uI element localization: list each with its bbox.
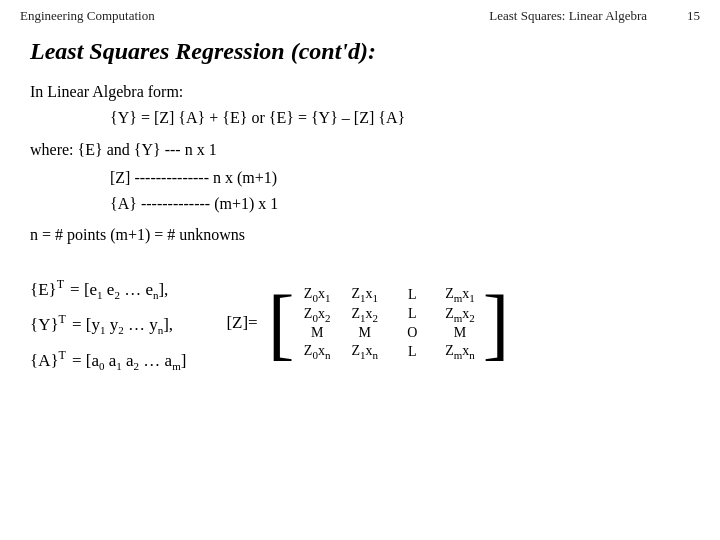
matrix-label: [Z]= (226, 313, 257, 333)
matrix-cell: L (398, 344, 428, 360)
vec-y-eq: = [y1 y2 … yn], (72, 307, 173, 343)
vec-a-line: {A}T = [a0 a1 a2 … am] (30, 343, 186, 379)
header-title: Engineering Computation (20, 8, 155, 24)
matrix-cell: Z1x2 (350, 306, 380, 324)
vec-a-label: {A}T (30, 343, 66, 379)
matrix-cell: Zmx1 (445, 286, 475, 304)
vec-e-line: {E}T = [e1 e2 … en], (30, 272, 186, 308)
matrix-bracket-container: [ Z0x1 Z1x1 L Zmx1 Z0x2 Z1x2 L Zmx2 M M … (268, 282, 510, 365)
vec-e-sup: T (57, 277, 64, 291)
matrix-cell: Z0x1 (302, 286, 332, 304)
intro-text: In Linear Algebra form: (30, 79, 690, 105)
vec-a-eq: = [a0 a1 a2 … am] (72, 343, 186, 379)
matrix-cell: Z1xn (350, 343, 380, 361)
where-z: [Z] -------------- n x (m+1) (110, 165, 690, 191)
matrix-cell: L (398, 306, 428, 322)
vec-y-line: {Y}T = [y1 y2 … yn], (30, 307, 186, 343)
matrix-cell: Z0x2 (302, 306, 332, 324)
where-e: {E} and {Y} --- n x 1 (78, 141, 217, 158)
bracket-right: ] (483, 282, 510, 365)
matrix-cell: M (445, 325, 475, 341)
header-page: 15 (687, 8, 700, 24)
vectors-left: {E}T = [e1 e2 … en], {Y}T = [y1 y2 … yn]… (30, 272, 186, 379)
matrix-grid: Z0x1 Z1x1 L Zmx1 Z0x2 Z1x2 L Zmx2 M M O … (294, 282, 483, 365)
vec-e-eq: = [e1 e2 … en], (70, 272, 168, 308)
bracket-left: [ (268, 282, 295, 365)
matrix-cell: Zmxn (445, 343, 475, 361)
vec-y-label: {Y}T (30, 307, 66, 343)
matrix-cell: Z0xn (302, 343, 332, 361)
matrix-cell: Z1x1 (350, 286, 380, 304)
matrix-cell: M (350, 325, 380, 341)
matrix-cell: L (398, 287, 428, 303)
header-subtitle: Least Squares: Linear Algebra (489, 8, 647, 24)
equation1: {Y} = [Z] {A} + {E} or {E} = {Y} – [Z] {… (110, 105, 690, 131)
matrix-cell: M (302, 325, 332, 341)
where-a: {A} ------------- (m+1) x 1 (110, 191, 690, 217)
vec-e-label: {E}T (30, 272, 64, 308)
vec-y-sup: T (59, 313, 66, 327)
vec-a-sup: T (59, 348, 66, 362)
matrix-cell: Zmx2 (445, 306, 475, 324)
section-title: Least Squares Regression (cont'd): (30, 38, 690, 65)
matrix-cell: O (398, 325, 428, 341)
where-label: where: (30, 141, 74, 158)
n-line: n = # points (m+1) = # unknowns (30, 222, 690, 248)
matrix-area: [Z]= [ Z0x1 Z1x1 L Zmx1 Z0x2 Z1x2 L Zmx2… (226, 282, 509, 365)
